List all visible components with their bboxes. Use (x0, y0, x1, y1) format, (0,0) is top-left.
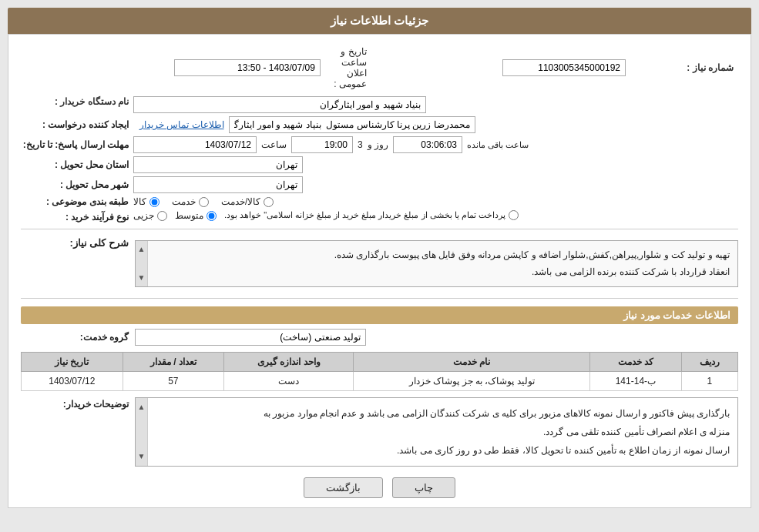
col-service-name: نام خدمت (354, 353, 590, 372)
row-num: 1 (681, 372, 737, 391)
buyer-notes-line1: بارگذاری پیش فاکتور و ارسال نمونه کالاها… (151, 404, 730, 423)
purchase-type-full-label: پرداخت تمام یا بخشی از مبلغ خریدار مبلغ … (224, 210, 505, 220)
need-number-input[interactable] (502, 59, 626, 76)
remaining-time-input[interactable] (393, 136, 462, 153)
category-both-label: کالا/خدمت (221, 196, 260, 207)
print-button[interactable]: چاپ (392, 477, 455, 498)
reply-deadline-label: مهلت ارسال پاسخ: تا تاریخ: (21, 139, 129, 150)
service-group-input[interactable] (135, 329, 366, 346)
button-row: بازگشت چاپ (21, 477, 738, 498)
reply-time-label: ساعت (261, 139, 287, 150)
page-header: جزئیات اطلاعات نیاز (8, 8, 751, 34)
notes-scroll-up[interactable]: ▲ (136, 398, 147, 417)
reply-date-input[interactable] (133, 136, 257, 153)
scroll-up-arrow[interactable]: ▲ (136, 241, 147, 258)
col-row-num: ردیف (681, 353, 737, 372)
need-number-value (371, 44, 630, 92)
remaining-days-value: 3 (358, 139, 363, 150)
purchase-type-motavasset: متوسط (175, 210, 217, 221)
col-need-date: تاریخ نیاز (22, 353, 123, 372)
category-label: طبقه بندی موضوعی : (21, 196, 129, 207)
city-input[interactable] (133, 176, 303, 193)
purchase-type-motavasset-radio[interactable] (207, 211, 217, 221)
back-button[interactable]: بازگشت (304, 477, 383, 498)
category-kala-radio[interactable] (149, 197, 160, 207)
purchase-type-motavasset-label: متوسط (175, 210, 203, 221)
purchase-type-jozyi: جزیی (133, 210, 167, 221)
buyer-notes-label: توضیحات خریدار: (21, 397, 129, 410)
category-khedmat-label: خدمت (172, 196, 196, 207)
buyer-org-label: نام دستگاه خریدار : (21, 96, 129, 107)
requester-input[interactable] (229, 116, 475, 133)
separator-2 (21, 298, 738, 299)
description-text: تهیه و تولید کت و شلوار,پیراهن,کفش,شلوار… (135, 240, 738, 287)
requester-label: ایجاد کننده درخواست : (21, 119, 129, 130)
category-option-both: کالا/خدمت (221, 196, 274, 207)
col-service-code: کد خدمت (590, 353, 681, 372)
buyer-notes-line2: منزله ی اعلام انصراف تأمین کننده تلقی می… (151, 423, 730, 441)
need-number-label: شماره نیاز : (630, 44, 738, 92)
services-table: ردیف کد خدمت نام خدمت واحد اندازه گیری ت… (21, 352, 738, 391)
service-code: ب-14-141 (590, 372, 681, 391)
announce-value (21, 44, 325, 92)
purchase-type-label: نوع فرآیند خرید : (21, 210, 129, 223)
remaining-days-label: روز و (368, 139, 388, 150)
need-date: 1403/07/12 (22, 372, 123, 391)
announce-datetime-input[interactable] (174, 59, 321, 76)
service-name: تولید پوشاک، به جز پوشاک خزدار (354, 372, 590, 391)
buyer-notes-container: بارگذاری پیش فاکتور و ارسال نمونه کالاها… (135, 397, 738, 467)
quantity: 57 (123, 372, 223, 391)
description-scrollbar[interactable]: ▲ ▼ (136, 241, 148, 286)
page-title: جزئیات اطلاعات نیاز (331, 14, 428, 27)
notes-scrollbar[interactable]: ▲ ▼ (136, 398, 148, 466)
description-line2: انعقاد قرارداد با شرکت کننده برنده الزام… (151, 264, 730, 281)
description-line1: تهیه و تولید کت و شلوار,پیراهن,کفش,شلوار… (151, 247, 730, 264)
page-wrapper: جزئیات اطلاعات نیاز شماره نیاز : تاریخ و… (0, 0, 759, 532)
category-both-radio[interactable] (264, 197, 274, 207)
service-group-label: گروه خدمت: (21, 332, 129, 343)
buyer-org-input[interactable] (133, 96, 426, 113)
buyer-notes-line3: ارسال نمونه از زمان اطلاع به تأمین کننده… (151, 441, 730, 460)
category-option-kala: کالا (133, 196, 160, 207)
info-table-top: شماره نیاز : تاریخ و ساعت اعلان عمومی : (21, 44, 738, 92)
scroll-down-arrow[interactable]: ▼ (136, 269, 147, 286)
contact-link[interactable]: اطلاعات تماس خریدار (139, 119, 224, 130)
col-unit: واحد اندازه گیری (224, 353, 354, 372)
purchase-type-full: پرداخت تمام یا بخشی از مبلغ خریدار مبلغ … (224, 210, 519, 220)
province-input[interactable] (133, 156, 303, 173)
services-section-title: اطلاعات خدمات مورد نیاز (21, 306, 738, 324)
category-khedmat-radio[interactable] (199, 197, 209, 207)
col-quantity: تعداد / مقدار (123, 353, 223, 372)
announce-label: تاریخ و ساعت اعلان عمومی : (325, 44, 371, 92)
description-box: تهیه و تولید کت و شلوار,پیراهن,کفش,شلوار… (135, 236, 738, 292)
notes-scroll-down[interactable]: ▼ (136, 447, 147, 466)
category-kala-label: کالا (133, 196, 146, 207)
purchase-type-jozyi-radio[interactable] (157, 211, 167, 221)
description-title: شرح کلی نیاز: (21, 236, 129, 249)
purchase-type-jozyi-label: جزیی (133, 210, 154, 221)
reply-time-input[interactable] (291, 136, 353, 153)
buyer-notes-box: بارگذاری پیش فاکتور و ارسال نمونه کالاها… (135, 397, 738, 467)
unit: دست (224, 372, 354, 391)
table-row: 1 ب-14-141 تولید پوشاک، به جز پوشاک خزدا… (22, 372, 738, 391)
main-content: شماره نیاز : تاریخ و ساعت اعلان عمومی : … (8, 34, 751, 508)
purchase-type-full-radio[interactable] (509, 210, 519, 220)
separator-1 (21, 229, 738, 229)
province-label: استان محل تحویل : (21, 159, 129, 170)
city-label: شهر محل تحویل : (21, 179, 129, 190)
category-radio-group: کالا خدمت کالا/خدمت (133, 196, 274, 207)
remaining-time-label: ساعت باقی مانده (467, 140, 529, 150)
category-option-khedmat: خدمت (172, 196, 209, 207)
